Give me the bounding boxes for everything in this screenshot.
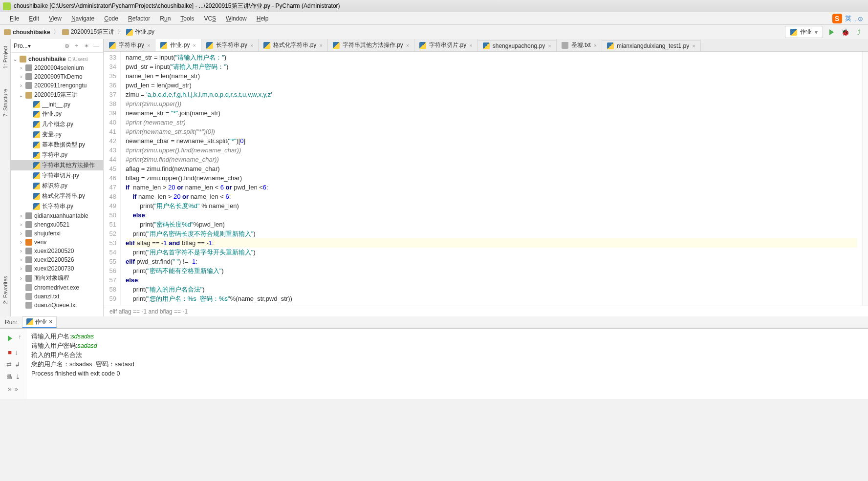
more-icon[interactable]: »	[8, 385, 11, 393]
tree-item[interactable]: ›qidianxuanhuantable	[11, 211, 103, 220]
menu-edit[interactable]: Edit	[24, 13, 44, 24]
run-button[interactable]	[826, 27, 837, 38]
code-editor[interactable]: 3334353637383940414243444546474849505152…	[104, 52, 868, 306]
tree-item[interactable]: 基本数据类型.py	[11, 140, 103, 150]
project-view-selector[interactable]: Pro...▾	[14, 42, 31, 49]
menu-window[interactable]: Window	[221, 13, 252, 24]
tree-item[interactable]: ›面向对象编程	[11, 273, 103, 283]
menu-refactor[interactable]: Refactor	[123, 13, 155, 24]
line-number: 42	[104, 136, 116, 146]
close-icon[interactable]: ×	[469, 42, 472, 48]
editor-tab[interactable]: mianxiangduixiang_test1.py×	[602, 40, 701, 51]
tree-item[interactable]: ⌄20200915第三讲	[11, 90, 103, 100]
line-number: 48	[104, 192, 116, 201]
editor-tab[interactable]: 字符串.py×	[104, 39, 155, 51]
tree-item[interactable]: chromedriver.exe	[11, 283, 103, 292]
python-file-icon	[126, 29, 133, 36]
tree-item[interactable]: 长字符串.py	[11, 201, 103, 211]
close-icon[interactable]: ×	[319, 42, 322, 48]
up-arrow-icon[interactable]: ↑	[18, 333, 22, 344]
editor-tab[interactable]: 长字符串.py×	[201, 39, 259, 51]
editor-tab[interactable]: 作业.py×	[155, 39, 201, 52]
run-with-coverage-button[interactable]: ⤴	[853, 27, 864, 38]
tree-item[interactable]: 字符串切片.py	[11, 170, 103, 181]
tree-item[interactable]: ›xuexi20200730	[11, 264, 103, 273]
close-icon[interactable]: ×	[406, 42, 409, 48]
code-content[interactable]: name_str = input("请输入用户名：")pwd_str = inp…	[121, 52, 862, 306]
tree-item[interactable]: ›xuexi20200526	[11, 255, 103, 264]
tree-item[interactable]: __init__.py	[11, 100, 103, 109]
close-icon[interactable]: ×	[49, 318, 52, 325]
close-icon[interactable]: ×	[692, 43, 695, 49]
line-number: 47	[104, 183, 116, 192]
tree-item[interactable]: ›20200911rengongtu	[11, 81, 103, 90]
menu-code[interactable]: Code	[99, 13, 123, 24]
close-icon[interactable]: ×	[147, 42, 150, 48]
tree-item[interactable]: 字符串其他方法操作	[11, 160, 103, 170]
tree-item[interactable]: duanziQueue.txt	[11, 301, 103, 310]
tree-item[interactable]: ›20200909TkDemo	[11, 72, 103, 81]
target-icon[interactable]: ⊕	[63, 42, 71, 50]
run-config-selector[interactable]: 作业 ▾	[785, 26, 823, 38]
menu-tools[interactable]: Tools	[175, 13, 199, 24]
close-icon[interactable]: ×	[250, 42, 253, 48]
tree-item[interactable]: 标识符.py	[11, 181, 103, 191]
editor-tab[interactable]: shengxupachong.py×	[477, 40, 557, 51]
gear-icon[interactable]: ✶	[83, 42, 90, 50]
folder-icon	[25, 64, 32, 71]
tree-item[interactable]: ›20200904selenium	[11, 63, 103, 72]
output-line: 输入的用户名合法	[31, 351, 863, 360]
tree-item[interactable]: ›shujufenxi	[11, 229, 103, 238]
menu-view[interactable]: View	[44, 13, 66, 24]
debug-button[interactable]: 🐞	[840, 27, 850, 38]
tree-item[interactable]: 变量.py	[11, 129, 103, 140]
print-icon[interactable]: 🖶	[6, 373, 12, 380]
tree-item-label: chromedriver.exe	[34, 284, 101, 291]
close-icon[interactable]: ×	[193, 42, 195, 48]
scroll-to-end-icon[interactable]: ⤓	[15, 373, 21, 380]
tree-item[interactable]: 几个概念.py	[11, 119, 103, 129]
breadcrumb-folder[interactable]: 20200915第三讲	[62, 28, 114, 36]
run-tab[interactable]: 作业 ×	[22, 316, 57, 328]
soft-wrap-icon[interactable]: ↲	[15, 361, 20, 368]
collapse-icon[interactable]: ÷	[73, 42, 81, 50]
line-number: 59	[104, 294, 116, 303]
menu-run[interactable]: Run	[155, 13, 175, 24]
editor-tab[interactable]: 格式化字符串.py×	[258, 39, 327, 51]
coverage-icon: ⤴	[857, 28, 861, 36]
tree-item[interactable]: 字符串.py	[11, 150, 103, 160]
close-icon[interactable]: ×	[594, 42, 597, 48]
breadcrumb-root[interactable]: choushibaike	[4, 29, 50, 36]
menu-file[interactable]: FFileile	[5, 13, 24, 24]
tree-item[interactable]: ›shengxu0521	[11, 220, 103, 229]
menu-vcs[interactable]: VCS	[199, 13, 221, 24]
file-icon	[483, 42, 490, 49]
close-icon[interactable]: ×	[548, 43, 551, 49]
editor-tab[interactable]: 圣墟.txt×	[556, 39, 602, 51]
menu-help[interactable]: Help	[252, 13, 274, 24]
tree-item[interactable]: ›venv	[11, 238, 103, 247]
down-arrow-icon[interactable]: ↓	[15, 349, 18, 356]
hide-icon[interactable]: —	[92, 42, 100, 50]
tree-item[interactable]: ›xuexi20200520	[11, 247, 103, 255]
layout-icon[interactable]: ⇄	[6, 361, 12, 368]
editor-tab[interactable]: 字符串切片.py×	[414, 39, 477, 51]
breadcrumb-file[interactable]: 作业.py	[126, 28, 154, 36]
rerun-button[interactable]	[4, 333, 15, 344]
menu-navigate[interactable]: Navigate	[66, 13, 99, 24]
ime-indicator[interactable]: S 英 , ⊙	[832, 14, 863, 23]
tool-tab-project[interactable]: 1: Project	[1, 43, 9, 71]
folder-icon	[4, 29, 11, 35]
stop-button[interactable]: ■	[8, 349, 12, 356]
tree-item[interactable]: 作业.py	[11, 109, 103, 119]
editor-minimap[interactable]	[862, 52, 868, 306]
tool-tab-favorites[interactable]: 2: Favorites	[1, 273, 9, 307]
output-line: 您的用户名：sdsadas 密码：sadasd	[31, 360, 863, 369]
tree-item[interactable]: 格式化字符串.py	[11, 191, 103, 201]
tree-root-item[interactable]: ⌄ choushibaikeC:\Users\	[11, 55, 103, 63]
editor-tab[interactable]: 字符串其他方法操作.py×	[327, 39, 414, 51]
tree-item[interactable]: duanzi.txt	[11, 292, 103, 301]
more-icon-2[interactable]: »	[15, 385, 18, 393]
tool-tab-structure[interactable]: 7: Structure	[1, 86, 9, 120]
run-output[interactable]: 请输入用户名:sdsadas请输入用户密码:sadasd输入的用户名合法您的用户…	[26, 329, 868, 399]
